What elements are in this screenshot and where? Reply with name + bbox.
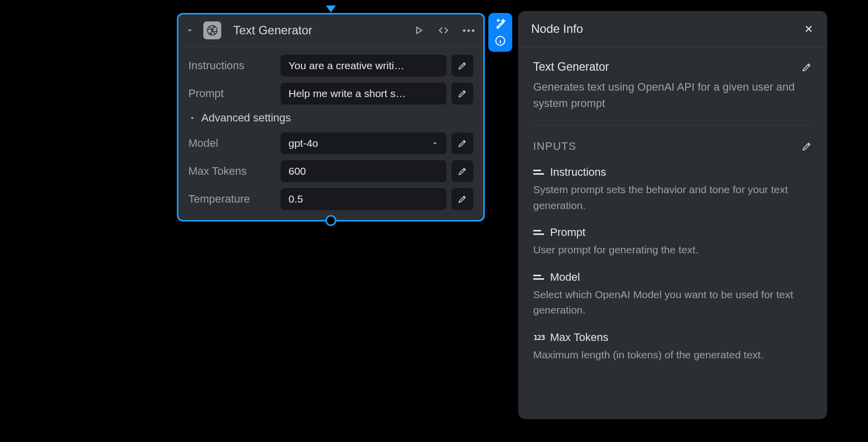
instructions-value[interactable]: You are a creative writi…	[281, 55, 446, 77]
model-value: gpt-4o	[289, 137, 318, 149]
run-icon[interactable]	[413, 25, 424, 36]
node-input-port-arrow	[326, 5, 336, 12]
temperature-label: Temperature	[188, 193, 276, 206]
magic-wand-icon[interactable]	[494, 18, 506, 30]
input-item-prompt: Prompt User prompt for generating the te…	[533, 226, 812, 258]
instructions-label: Instructions	[188, 59, 276, 72]
prompt-value[interactable]: Help me write a short s…	[281, 83, 446, 105]
input-item-instructions: Instructions System prompt sets the beha…	[533, 166, 812, 213]
info-panel-title: Node Info	[531, 22, 583, 36]
temperature-value[interactable]: 0.5	[281, 188, 446, 210]
collapse-icon[interactable]	[185, 26, 194, 35]
edit-inputs-button[interactable]	[801, 141, 812, 152]
info-panel-header: Node Info	[518, 11, 827, 47]
node-output-port[interactable]	[325, 215, 336, 226]
info-node-name-row: Text Generator	[533, 60, 812, 74]
input-item-model: Model Select which OpenAI Model you want…	[533, 271, 812, 318]
max-tokens-row: Max Tokens 600	[188, 160, 473, 182]
advanced-settings-toggle[interactable]: Advanced settings	[188, 111, 473, 124]
max-tokens-value[interactable]: 600	[281, 160, 446, 182]
node-info-panel: Node Info Text Generator Generates text …	[518, 11, 827, 419]
model-select[interactable]: gpt-4o	[281, 132, 446, 154]
info-icon[interactable]	[494, 35, 506, 47]
node-header: Text Generator	[178, 14, 483, 47]
max-tokens-label: Max Tokens	[188, 165, 276, 178]
info-node-name: Text Generator	[533, 60, 609, 74]
input-name: Instructions	[550, 166, 606, 179]
inputs-section-label: INPUTS	[533, 140, 577, 153]
text-generator-node[interactable]: Text Generator Instructions You are a cr…	[177, 13, 485, 221]
input-description: Maximum length (in tokens) of the genera…	[533, 347, 812, 363]
input-description: User prompt for generating the text.	[533, 242, 812, 258]
node-body: Instructions You are a creative writi… P…	[178, 47, 483, 220]
instructions-row: Instructions You are a creative writi…	[188, 55, 473, 77]
text-type-icon	[533, 168, 545, 176]
number-type-icon: 123	[533, 333, 545, 341]
model-row: Model gpt-4o	[188, 132, 473, 154]
prompt-label: Prompt	[188, 87, 276, 100]
info-panel-body: Text Generator Generates text using Open…	[518, 47, 827, 388]
input-description: Select which OpenAI Model you want to be…	[533, 287, 812, 318]
advanced-settings-label: Advanced settings	[201, 111, 291, 124]
node-title: Text Generator	[233, 23, 413, 37]
inputs-section-header: INPUTS	[533, 140, 812, 153]
input-name: Model	[550, 271, 580, 284]
input-name: Max Tokens	[550, 331, 608, 344]
openai-logo-icon	[203, 21, 221, 39]
chevron-down-icon	[431, 139, 439, 148]
text-type-icon	[533, 273, 545, 281]
input-item-max-tokens: 123 Max Tokens Maximum length (in tokens…	[533, 331, 812, 363]
close-icon[interactable]	[803, 23, 814, 34]
input-description: System prompt sets the behavior and tone…	[533, 182, 812, 213]
info-node-description: Generates text using OpenAI API for a gi…	[533, 79, 812, 111]
edit-node-name-button[interactable]	[801, 62, 812, 73]
text-type-icon	[533, 228, 545, 236]
node-side-toolbar	[488, 13, 512, 52]
prompt-row: Prompt Help me write a short s…	[188, 83, 473, 105]
edit-temperature-button[interactable]	[451, 188, 473, 210]
model-label: Model	[188, 137, 276, 150]
edit-model-button[interactable]	[451, 132, 473, 154]
edit-max-tokens-button[interactable]	[451, 160, 473, 182]
temperature-row: Temperature 0.5	[188, 188, 473, 210]
divider	[533, 125, 812, 126]
more-menu-icon[interactable]	[463, 29, 474, 32]
edit-instructions-button[interactable]	[451, 55, 473, 77]
code-icon[interactable]	[438, 25, 449, 36]
input-name: Prompt	[550, 226, 585, 239]
edit-prompt-button[interactable]	[451, 83, 473, 105]
